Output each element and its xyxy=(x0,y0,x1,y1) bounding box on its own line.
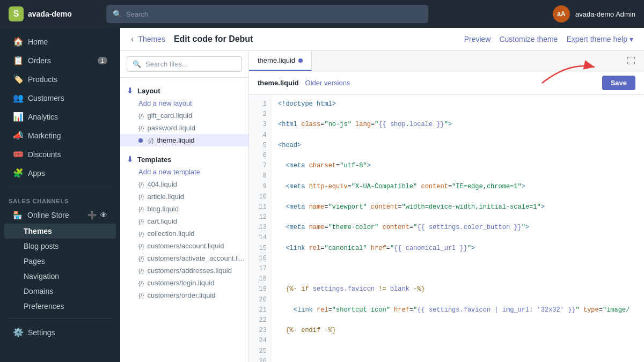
sidebar-label-home: Home xyxy=(28,38,48,46)
older-versions-link[interactable]: Older versions xyxy=(305,79,350,87)
file-search-input[interactable] xyxy=(145,60,236,68)
page-title: Edit code for Debut xyxy=(174,34,253,44)
add-layout-link[interactable]: Add a new layout xyxy=(120,97,248,109)
file-item-theme-liquid[interactable]: {/} theme.liquid xyxy=(120,134,248,146)
breadcrumb: ‹ Themes xyxy=(131,34,165,44)
file-item-collection[interactable]: {/} collection.liquid xyxy=(120,227,248,240)
sidebar-label-discounts: Discounts xyxy=(28,150,61,159)
sidebar: 🏠 Home 📋 Orders 1 🏷️ Products 👥 Customer… xyxy=(0,28,120,362)
sidebar-sub-item-blog-posts[interactable]: Blog posts xyxy=(4,239,116,254)
navigation-label: Navigation xyxy=(24,272,59,280)
liquid-file-icon: {/} xyxy=(138,194,144,200)
customers-icon: 👥 xyxy=(13,93,23,103)
layout-section-label: Layout xyxy=(137,87,160,95)
file-name: article.liquid xyxy=(147,193,184,201)
expand-icon[interactable]: ⛶ xyxy=(625,54,638,68)
file-item-article[interactable]: {/} article.liquid xyxy=(120,190,248,203)
file-item-password[interactable]: {/} password.liquid xyxy=(120,122,248,134)
sidebar-sub-item-themes[interactable]: Themes xyxy=(4,224,116,239)
liquid-file-icon: {/} xyxy=(138,206,144,212)
file-item-customers-account[interactable]: {/} customers/account.liquid xyxy=(120,240,248,252)
liquid-file-icon: {/} xyxy=(138,113,144,119)
sidebar-item-online-store[interactable]: 🏪 Online Store ➕ 👁 xyxy=(4,206,116,224)
tab-modified-dot xyxy=(298,58,303,63)
eye-icon[interactable]: 👁 xyxy=(100,211,107,219)
liquid-file-icon: {/} xyxy=(138,243,144,249)
editor-wrapper: theme.liquid ⛶ theme.liquid Older versio… xyxy=(249,51,644,362)
file-item-customers-login[interactable]: {/} customers/login.liquid xyxy=(120,277,248,289)
home-icon: 🏠 xyxy=(13,36,23,47)
top-navigation: S avada-demo 🔍 aA avada-demo Admin xyxy=(0,0,644,28)
customize-theme-link[interactable]: Customize theme xyxy=(499,35,558,43)
file-search-area: 🔍 xyxy=(120,51,248,78)
file-name: customers/order.liquid xyxy=(147,291,215,299)
liquid-file-icon: {/} xyxy=(148,137,153,144)
sidebar-label-apps: Apps xyxy=(28,169,45,178)
back-arrow-icon[interactable]: ‹ xyxy=(131,34,134,44)
code-area[interactable]: <!doctype html> <html class="no-js" lang… xyxy=(272,95,644,362)
sidebar-sub-item-pages[interactable]: Pages xyxy=(4,254,116,269)
content-area: ‹ Themes Edit code for Debut Preview Cus… xyxy=(120,28,644,362)
breadcrumb-themes-link[interactable]: Themes xyxy=(138,35,165,43)
sidebar-sub-item-navigation[interactable]: Navigation xyxy=(4,269,116,284)
sidebar-item-products[interactable]: 🏷️ Products xyxy=(4,70,116,88)
user-area[interactable]: aA avada-demo Admin xyxy=(553,5,635,23)
layout-section-header: ⬇ Layout xyxy=(120,82,248,97)
liquid-file-icon: {/} xyxy=(138,255,144,262)
code-line: <meta http-equiv="X-UA-Compatible" conte… xyxy=(278,182,644,192)
search-icon: 🔍 xyxy=(133,60,141,68)
file-item-customers-order[interactable]: {/} customers/order.liquid xyxy=(120,289,248,301)
file-item-customers-addresses[interactable]: {/} customers/addresses.liquid xyxy=(120,264,248,277)
file-list: ⬇ Layout Add a new layout {/} gift_card.… xyxy=(120,78,248,362)
tab-theme-liquid[interactable]: theme.liquid xyxy=(249,51,312,71)
sales-channels-label: SALES CHANNELS xyxy=(0,191,120,206)
add-template-link[interactable]: Add a new template xyxy=(120,166,248,178)
file-item-blog[interactable]: {/} blog.liquid xyxy=(120,203,248,215)
file-name: theme.liquid xyxy=(157,136,194,144)
discounts-icon: 🎟️ xyxy=(13,149,23,159)
search-icon: 🔍 xyxy=(113,10,122,18)
sidebar-item-home[interactable]: 🏠 Home xyxy=(4,32,116,51)
marketing-icon: 📣 xyxy=(13,130,23,141)
code-content[interactable]: 1 2 3 4 5 6 7 8 9 10 11 12 13 xyxy=(249,95,644,362)
sidebar-item-customers[interactable]: 👥 Customers xyxy=(4,88,116,107)
online-store-label: Online Store xyxy=(27,211,69,219)
add-channel-icon[interactable]: ➕ xyxy=(87,211,97,219)
logo-area[interactable]: S avada-demo xyxy=(9,6,100,21)
file-item-404[interactable]: {/} 404.liquid xyxy=(120,178,248,190)
analytics-icon: 📊 xyxy=(13,112,23,122)
editor-filename: theme.liquid xyxy=(258,79,299,87)
liquid-file-icon: {/} xyxy=(138,231,144,237)
sidebar-label-marketing: Marketing xyxy=(28,131,61,140)
global-search-bar[interactable]: 🔍 xyxy=(106,5,428,23)
file-search-input-wrapper[interactable]: 🔍 xyxy=(127,56,242,72)
orders-badge: 1 xyxy=(98,57,107,64)
sidebar-item-apps[interactable]: 🧩 Apps xyxy=(4,164,116,182)
avatar[interactable]: aA xyxy=(553,5,570,23)
file-item-cart[interactable]: {/} cart.liquid xyxy=(120,215,248,227)
code-line: <!doctype html> xyxy=(278,99,644,109)
online-store-actions: ➕ 👁 xyxy=(87,211,107,219)
code-line: {%- if settings.favicon != blank -%} xyxy=(278,284,644,294)
code-line: <meta name="theme-color" content="{{ set… xyxy=(278,223,644,233)
sidebar-item-settings[interactable]: ⚙️ Settings xyxy=(4,323,116,342)
file-name: customers/activate_account.li... xyxy=(147,254,244,262)
templates-section-label: Templates xyxy=(137,156,171,164)
sidebar-sub-item-domains[interactable]: Domains xyxy=(4,284,116,299)
global-search-input[interactable] xyxy=(126,10,422,18)
file-name: 404.liquid xyxy=(147,180,177,188)
file-item-customers-activate[interactable]: {/} customers/activate_account.li... xyxy=(120,252,248,264)
download-icon: ⬇ xyxy=(127,86,133,95)
sidebar-item-discounts[interactable]: 🎟️ Discounts xyxy=(4,145,116,164)
file-name: gift_card.liquid xyxy=(147,112,192,120)
file-item-gift-card[interactable]: {/} gift_card.liquid xyxy=(120,109,248,122)
page-title-prefix: Edit code for xyxy=(174,34,226,43)
user-name: avada-demo Admin xyxy=(575,10,635,18)
preview-link[interactable]: Preview xyxy=(464,35,491,43)
sidebar-item-marketing[interactable]: 📣 Marketing xyxy=(4,126,116,145)
sidebar-sub-item-preferences[interactable]: Preferences xyxy=(4,299,116,314)
save-button[interactable]: Save xyxy=(602,76,635,90)
sidebar-item-orders[interactable]: 📋 Orders 1 xyxy=(4,51,116,70)
sidebar-item-analytics[interactable]: 📊 Analytics xyxy=(4,107,116,126)
expert-help-dropdown[interactable]: Expert theme help ▾ xyxy=(566,35,633,43)
